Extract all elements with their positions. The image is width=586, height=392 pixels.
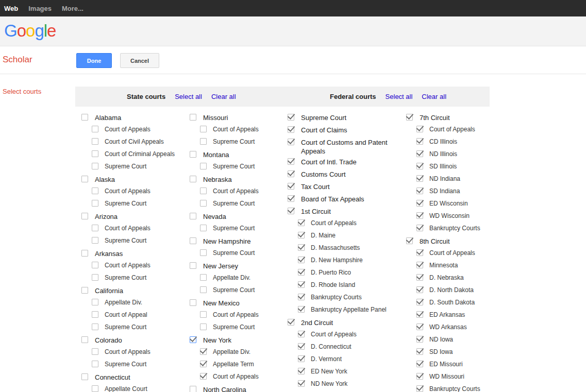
court-row[interactable]: D. Connecticut bbox=[288, 341, 402, 353]
court-label[interactable]: Court of Appeals bbox=[213, 371, 259, 381]
checkbox-checked[interactable] bbox=[416, 336, 423, 343]
court-label[interactable]: Supreme Court bbox=[213, 284, 255, 294]
court-label[interactable]: Court of Appeals bbox=[311, 329, 357, 338]
court-label[interactable]: ED Missouri bbox=[429, 359, 463, 368]
checkbox-unchecked[interactable] bbox=[190, 262, 196, 269]
court-label[interactable]: Supreme Court bbox=[105, 321, 146, 331]
checkbox-checked[interactable] bbox=[416, 163, 423, 169]
court-group-label[interactable]: Colorado bbox=[95, 336, 122, 345]
court-label[interactable]: Bankruptcy Courts bbox=[429, 383, 480, 392]
scholar-brand-link[interactable]: Scholar bbox=[3, 55, 32, 65]
checkbox-unchecked[interactable] bbox=[92, 348, 98, 355]
court-label[interactable]: Supreme Court bbox=[213, 198, 255, 208]
court-group-label[interactable]: 1st Circuit bbox=[301, 207, 331, 216]
court-group-row[interactable]: Missouri bbox=[190, 113, 285, 124]
checkbox-checked[interactable] bbox=[200, 361, 207, 367]
checkbox-unchecked[interactable] bbox=[92, 225, 98, 231]
court-group-label[interactable]: 8th Circuit bbox=[420, 237, 450, 246]
court-row[interactable]: Court of Appeals bbox=[406, 247, 504, 260]
checkbox-checked[interactable] bbox=[298, 355, 305, 362]
court-group-row[interactable]: Arizona bbox=[81, 212, 183, 223]
court-group-row[interactable]: Colorado bbox=[81, 336, 183, 346]
court-label[interactable]: Court of Appeals bbox=[311, 217, 357, 227]
checkbox-checked[interactable] bbox=[298, 281, 305, 288]
topnav-images[interactable]: Images bbox=[28, 5, 52, 12]
court-row[interactable]: WD Missouri bbox=[406, 371, 504, 383]
court-row[interactable]: Court of Appeals bbox=[81, 223, 183, 235]
court-row[interactable]: Appellate Div. bbox=[81, 297, 183, 309]
court-row[interactable]: Bankruptcy Courts bbox=[406, 383, 504, 392]
checkbox-unchecked[interactable] bbox=[200, 249, 207, 256]
court-label[interactable]: SD Indiana bbox=[429, 185, 460, 195]
checkbox-checked[interactable] bbox=[288, 114, 294, 121]
court-group-label[interactable]: Missouri bbox=[203, 113, 228, 122]
checkbox-checked[interactable] bbox=[288, 319, 294, 326]
court-row[interactable]: Supreme Court bbox=[190, 247, 285, 260]
court-label[interactable]: WD Wisconsin bbox=[429, 210, 470, 220]
court-row[interactable]: ND Iowa bbox=[406, 334, 504, 346]
court-row[interactable]: SD Indiana bbox=[406, 185, 504, 198]
court-label[interactable]: D. Connecticut bbox=[311, 341, 351, 351]
checkbox-checked[interactable] bbox=[416, 262, 423, 268]
checkbox-checked[interactable] bbox=[416, 274, 423, 281]
court-row[interactable]: WD Arkansas bbox=[406, 321, 504, 334]
court-label[interactable]: ND Indiana bbox=[429, 173, 460, 183]
court-row[interactable]: Supreme Court bbox=[190, 161, 285, 173]
court-label[interactable]: WD Arkansas bbox=[429, 321, 467, 331]
court-group-label[interactable]: Court of Claims bbox=[301, 126, 347, 134]
court-row[interactable]: ED Arkansas bbox=[406, 309, 504, 321]
court-row[interactable]: ED Missouri bbox=[406, 359, 504, 371]
checkbox-checked[interactable] bbox=[288, 126, 294, 133]
checkbox-unchecked[interactable] bbox=[92, 385, 98, 392]
court-group-label[interactable]: Court of Intl. Trade bbox=[301, 158, 357, 166]
checkbox-unchecked[interactable] bbox=[81, 213, 88, 219]
court-label[interactable]: D. Rhode Island bbox=[311, 279, 355, 289]
checkbox-checked[interactable] bbox=[298, 294, 305, 300]
court-group-label[interactable]: Montana bbox=[203, 150, 229, 159]
court-group-label[interactable]: 2nd Circuit bbox=[301, 318, 333, 327]
court-row[interactable]: Supreme Court bbox=[190, 198, 285, 210]
state-select-all-link[interactable]: Select all bbox=[175, 93, 202, 100]
court-row[interactable]: Bankruptcy Courts bbox=[288, 292, 402, 304]
checkbox-unchecked[interactable] bbox=[200, 225, 207, 231]
checkbox-checked[interactable] bbox=[416, 286, 423, 293]
court-label[interactable]: Supreme Court bbox=[105, 161, 146, 171]
court-group-row[interactable]: Nevada bbox=[190, 212, 285, 223]
court-group-row[interactable]: 1st Circuit bbox=[288, 207, 402, 217]
court-group-row[interactable]: Board of Tax Appeals bbox=[288, 195, 402, 205]
court-row[interactable]: Court of Appeals bbox=[288, 217, 402, 230]
court-group-row[interactable]: 2nd Circuit bbox=[288, 318, 402, 329]
court-group-row[interactable]: Court of Intl. Trade bbox=[288, 158, 402, 168]
checkbox-unchecked[interactable] bbox=[92, 126, 98, 132]
court-row[interactable]: Court of Appeals bbox=[81, 185, 183, 198]
court-label[interactable]: Supreme Court bbox=[105, 198, 146, 208]
court-row[interactable]: D. Vermont bbox=[288, 353, 402, 366]
court-label[interactable]: ED Wisconsin bbox=[429, 198, 468, 208]
court-row[interactable]: Court of Criminal Appeals bbox=[81, 148, 183, 161]
court-row[interactable]: D. New Hampshire bbox=[288, 254, 402, 267]
checkbox-unchecked[interactable] bbox=[200, 200, 207, 207]
court-label[interactable]: Court of Civil Appeals bbox=[105, 136, 164, 146]
checkbox-checked[interactable] bbox=[416, 150, 423, 157]
court-group-row[interactable]: Court of Claims bbox=[288, 126, 402, 136]
checkbox-unchecked[interactable] bbox=[200, 274, 207, 281]
court-row[interactable]: Supreme Court bbox=[81, 161, 183, 173]
checkbox-checked[interactable] bbox=[406, 114, 413, 121]
court-row[interactable]: Appellate Court bbox=[81, 383, 183, 392]
court-row[interactable]: Court of Appeals bbox=[190, 124, 285, 136]
court-group-row[interactable]: Alabama bbox=[81, 113, 183, 124]
court-row[interactable]: SD Illinois bbox=[406, 161, 504, 173]
court-row[interactable]: Court of Appeals bbox=[81, 260, 183, 272]
checkbox-unchecked[interactable] bbox=[200, 323, 207, 330]
checkbox-checked[interactable] bbox=[288, 139, 294, 145]
checkbox-unchecked[interactable] bbox=[92, 311, 98, 318]
checkbox-checked[interactable] bbox=[298, 380, 305, 387]
checkbox-unchecked[interactable] bbox=[92, 323, 98, 330]
checkbox-checked[interactable] bbox=[416, 299, 423, 305]
court-label[interactable]: Court of Appeals bbox=[105, 223, 150, 232]
cancel-button[interactable]: Cancel bbox=[120, 53, 159, 68]
court-group-row[interactable]: Nebraska bbox=[190, 175, 285, 185]
checkbox-checked[interactable] bbox=[298, 306, 305, 313]
checkbox-unchecked[interactable] bbox=[81, 336, 88, 343]
court-label[interactable]: Supreme Court bbox=[213, 247, 255, 257]
